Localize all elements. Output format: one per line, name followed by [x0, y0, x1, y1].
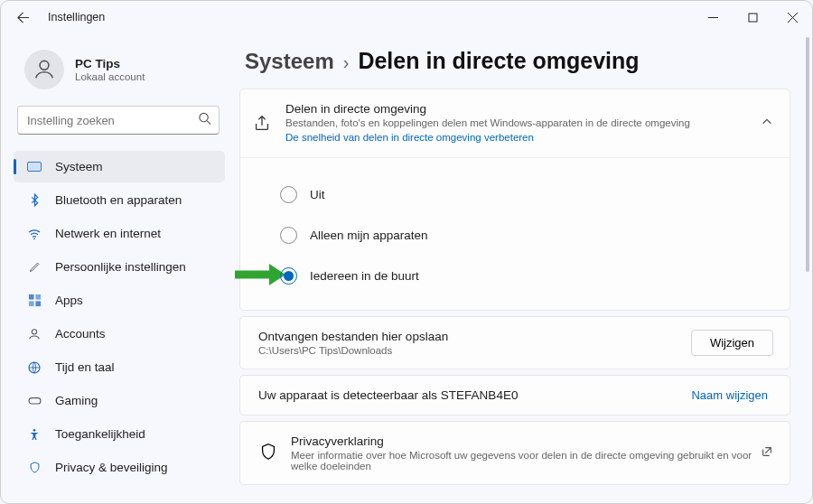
sidebar-item-label: Gaming [55, 394, 98, 407]
radio-circle-icon [280, 227, 297, 244]
person-icon [32, 57, 57, 82]
search-box[interactable] [17, 106, 220, 135]
sidebar-item-label: Tijd en taal [55, 360, 115, 374]
svg-point-3 [33, 238, 35, 239]
sidebar-item-gaming[interactable]: Gaming [14, 385, 225, 416]
nav-list: SysteemBluetooth en apparatenNetwerk en … [14, 151, 225, 494]
minimize-icon [708, 13, 718, 23]
accounts-icon [26, 326, 42, 342]
sidebar-item-label: Accounts [55, 327, 106, 341]
sidebar: PC Tips Lokaal account SysteemBluetooth … [1, 33, 234, 503]
save-title: Ontvangen bestanden hier opslaan [258, 330, 691, 343]
sidebar-item-apps[interactable]: Apps [14, 285, 225, 316]
sidebar-item-label: Toegankelijkheid [55, 427, 145, 441]
privacy-card[interactable]: Privacyverklaring Meer informatie over h… [239, 421, 790, 485]
scrollbar-thumb[interactable] [806, 37, 809, 272]
sidebar-item-privacy[interactable]: Privacy & beveiliging [14, 452, 225, 483]
sidebar-item-update[interactable]: Windows Update [14, 485, 225, 494]
svg-rect-7 [35, 301, 41, 306]
nearby-sharing-header[interactable]: Delen in directe omgeving Bestanden, fot… [240, 89, 790, 157]
update-icon [26, 493, 42, 495]
share-icon [251, 113, 273, 135]
external-link-icon [761, 445, 773, 462]
profile-sub: Lokaal account [75, 71, 145, 82]
svg-point-8 [32, 329, 36, 333]
svg-point-2 [200, 113, 208, 121]
privacy-icon [26, 460, 42, 476]
minimize-button[interactable] [693, 4, 733, 31]
sidebar-item-label: Bluetooth en apparaten [55, 193, 182, 207]
sharing-radio-group: UitAlleen mijn apparatenIedereen in de b… [240, 157, 790, 310]
speed-link[interactable]: De snelheid van delen in directe omgevin… [285, 132, 534, 143]
card-title: Delen in directe omgeving [285, 102, 748, 116]
profile-block[interactable]: PC Tips Lokaal account [14, 37, 225, 106]
svg-rect-5 [35, 294, 41, 300]
chevron-up-icon [761, 116, 773, 132]
radio-label: Iedereen in de buurt [310, 269, 419, 283]
close-button[interactable] [772, 4, 812, 31]
titlebar: Instellingen [1, 1, 812, 33]
svg-rect-0 [749, 14, 757, 22]
avatar [24, 50, 64, 89]
radio-everyone[interactable]: Iedereen in de buurt [280, 267, 780, 285]
rename-link[interactable]: Naam wijzigen [691, 388, 768, 402]
shield-icon [258, 442, 278, 465]
radio-label: Alleen mijn apparaten [310, 229, 428, 242]
network-icon [26, 226, 42, 242]
close-icon [788, 13, 798, 23]
settings-window: Instellingen PC Tips Lokaal account [0, 0, 813, 504]
privacy-sub: Meer informatie over hoe Microsoft uw ge… [291, 450, 755, 471]
apps-icon [26, 293, 42, 309]
bluetooth-icon [26, 192, 42, 209]
chevron-right-icon: › [343, 52, 350, 73]
sidebar-item-time[interactable]: Tijd en taal [14, 351, 225, 383]
arrow-left-icon [16, 11, 30, 24]
nearby-sharing-card: Delen in directe omgeving Bestanden, fot… [239, 89, 790, 311]
scrollbar[interactable] [806, 37, 809, 498]
save-location-card: Ontvangen bestanden hier opslaan C:\User… [239, 316, 790, 369]
sidebar-item-network[interactable]: Netwerk en internet [14, 218, 225, 249]
sidebar-item-system[interactable]: Systeem [14, 151, 225, 182]
sidebar-item-label: Privacy & beveiliging [55, 461, 168, 474]
svg-point-1 [40, 61, 49, 70]
search-input[interactable] [17, 106, 220, 135]
radio-circle-icon [280, 186, 297, 203]
sidebar-item-label: Netwerk en internet [55, 227, 161, 240]
profile-name: PC Tips [75, 57, 145, 70]
radio-off[interactable]: Uit [280, 186, 780, 203]
radio-circle-icon [280, 267, 297, 285]
breadcrumb: Systeem › Delen in directe omgeving [239, 48, 790, 74]
personalize-icon [26, 259, 42, 275]
main-pane: Systeem › Delen in directe omgeving Dele… [234, 33, 812, 503]
sidebar-item-label: Systeem [55, 160, 103, 173]
change-location-button[interactable]: Wijzigen [691, 330, 773, 356]
time-icon [26, 359, 42, 376]
sidebar-item-label: Persoonlijke instellingen [55, 260, 186, 274]
svg-rect-10 [29, 398, 41, 404]
page-title: Delen in directe omgeving [358, 48, 639, 74]
window-controls [693, 4, 812, 31]
svg-rect-6 [28, 301, 33, 306]
svg-rect-4 [28, 294, 33, 300]
save-path: C:\Users\PC Tips\Downloads [258, 345, 691, 356]
back-button[interactable] [10, 5, 35, 30]
window-title: Instellingen [48, 11, 105, 23]
sidebar-item-bluetooth[interactable]: Bluetooth en apparaten [14, 184, 225, 216]
sidebar-item-personalize[interactable]: Persoonlijke instellingen [14, 251, 225, 283]
sidebar-item-accessibility[interactable]: Toegankelijkheid [14, 418, 225, 450]
breadcrumb-root[interactable]: Systeem [245, 49, 334, 74]
device-name-card: Uw apparaat is detecteerbaar als STEFANB… [239, 375, 790, 415]
sidebar-item-accounts[interactable]: Accounts [14, 318, 225, 350]
device-title: Uw apparaat is detecteerbaar als STEFANB… [258, 388, 691, 402]
gaming-icon [26, 393, 42, 409]
maximize-button[interactable] [733, 4, 772, 31]
search-icon [198, 112, 211, 129]
privacy-title: Privacyverklaring [291, 434, 755, 448]
card-sub: Bestanden, foto's en koppelingen delen m… [285, 117, 748, 128]
svg-point-11 [33, 429, 36, 432]
system-icon [26, 159, 42, 175]
maximize-icon [748, 13, 758, 23]
radio-mine[interactable]: Alleen mijn apparaten [280, 227, 780, 244]
accessibility-icon [26, 426, 42, 443]
sidebar-item-label: Apps [55, 294, 83, 307]
